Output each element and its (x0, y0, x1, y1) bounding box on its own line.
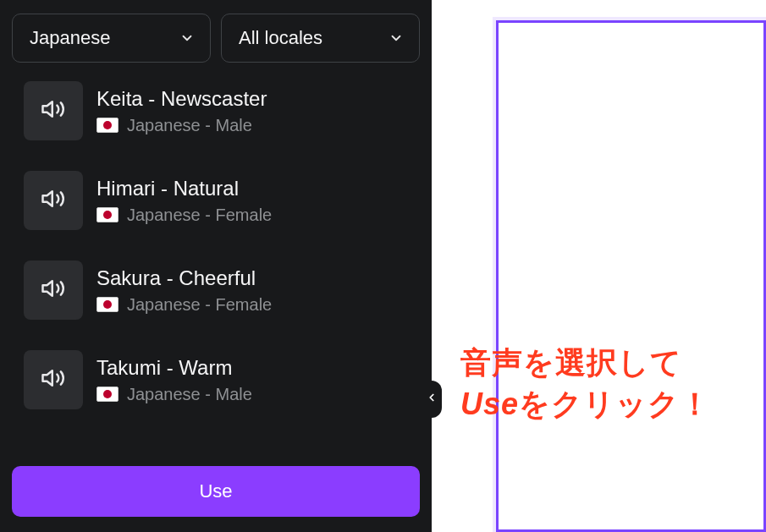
voice-sub: Japanese - Male (96, 116, 267, 135)
speaker-icon (41, 365, 66, 394)
voice-desc: Japanese - Female (127, 295, 272, 315)
annotation-line2: Useをクリック！ (460, 384, 711, 425)
filter-row: Japanese All locales (0, 0, 432, 81)
speaker-icon (41, 186, 66, 215)
chevron-down-icon (389, 30, 404, 46)
voice-name: Takumi - Warm (96, 356, 252, 380)
use-button[interactable]: Use (12, 466, 420, 517)
voice-sidebar: Japanese All locales Keita - Newscaster (0, 0, 432, 532)
canvas-area[interactable]: 音声を選択して Useをクリック！ (432, 0, 766, 532)
voice-item[interactable]: Keita - Newscaster Japanese - Male (24, 81, 420, 140)
play-preview-button[interactable] (24, 350, 83, 409)
voice-desc: Japanese - Male (127, 385, 252, 404)
voice-desc: Japanese - Male (127, 116, 252, 135)
voice-name: Keita - Newscaster (96, 87, 267, 111)
flag-japan-icon (96, 207, 118, 222)
use-button-container: Use (0, 451, 432, 532)
play-preview-button[interactable] (24, 261, 83, 320)
flag-japan-icon (96, 387, 118, 402)
voice-item[interactable]: Himari - Natural Japanese - Female (24, 171, 420, 230)
voice-name: Sakura - Cheerful (96, 266, 272, 290)
play-preview-button[interactable] (24, 81, 83, 140)
speaker-icon (41, 276, 66, 304)
svg-marker-0 (43, 101, 52, 117)
annotation-text: 音声を選択して Useをクリック！ (460, 343, 711, 425)
chevron-down-icon (179, 30, 195, 46)
locale-dropdown[interactable]: All locales (221, 14, 420, 63)
voice-item[interactable]: Sakura - Cheerful Japanese - Female (24, 261, 420, 320)
voice-list: Keita - Newscaster Japanese - Male Himar… (0, 81, 432, 451)
voice-sub: Japanese - Male (96, 385, 252, 404)
voice-name: Himari - Natural (96, 177, 272, 200)
language-dropdown[interactable]: Japanese (12, 14, 211, 63)
voice-meta: Himari - Natural Japanese - Female (96, 177, 272, 225)
annotation-line1: 音声を選択して (460, 343, 711, 384)
flag-japan-icon (96, 118, 118, 133)
annotation-em: Use (460, 387, 519, 421)
voice-sub: Japanese - Female (96, 295, 272, 315)
language-dropdown-label: Japanese (30, 27, 110, 49)
locale-dropdown-label: All locales (239, 27, 322, 49)
svg-marker-3 (43, 370, 52, 386)
flag-japan-icon (96, 297, 118, 312)
voice-meta: Keita - Newscaster Japanese - Male (96, 87, 267, 135)
voice-sub: Japanese - Female (96, 206, 272, 225)
voice-item[interactable]: Takumi - Warm Japanese - Male (24, 350, 420, 409)
play-preview-button[interactable] (24, 171, 83, 230)
annotation-rest: をクリック！ (519, 387, 711, 421)
chevron-left-icon (426, 392, 438, 407)
slide-selection[interactable] (496, 20, 766, 532)
svg-marker-2 (43, 281, 52, 296)
voice-desc: Japanese - Female (127, 206, 272, 225)
voice-meta: Sakura - Cheerful Japanese - Female (96, 266, 272, 315)
svg-marker-1 (43, 191, 52, 206)
speaker-icon (41, 96, 66, 125)
voice-meta: Takumi - Warm Japanese - Male (96, 356, 252, 404)
collapse-panel-button[interactable] (422, 381, 442, 418)
